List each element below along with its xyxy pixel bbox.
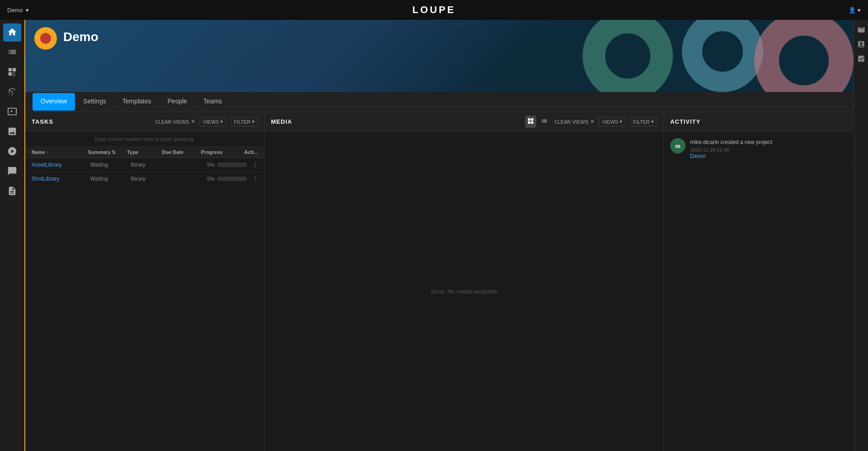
bg-circle-green [583, 20, 673, 92]
activity-action-text: mike.dicarlo created a new project [690, 139, 772, 145]
chat-icon [7, 166, 17, 177]
add-media-icon [857, 40, 865, 48]
tasks-filter-button[interactable]: FILTER ▾ [231, 117, 258, 126]
task-actions-assetlibrary: ⋮ [250, 162, 261, 168]
docs-icon [7, 186, 17, 197]
task-progress-assetlibrary: 0% [205, 162, 250, 167]
activity-avatar-initial: m [675, 143, 681, 149]
tasks-title: TASKS [32, 118, 150, 125]
tasks-filter-label: FILTER [234, 119, 251, 125]
task-name-assetlibrary: AssetLibrary [29, 162, 88, 168]
right-sidebar [854, 20, 868, 451]
activity-panel-header: ACTIVITY [664, 112, 854, 132]
media-filter-button[interactable]: FILTER ▾ [630, 117, 657, 126]
sidebar-item-board[interactable] [3, 63, 21, 81]
col-type: Type [124, 149, 159, 155]
sidebar-item-home[interactable] [3, 23, 21, 42]
col-name: Name ↑ [29, 149, 85, 155]
project-selector-label: Demo [7, 7, 23, 14]
activity-project-link[interactable]: Demo [690, 153, 706, 159]
col-duedate: Due Date [159, 149, 198, 155]
bg-circle-blue [682, 20, 763, 92]
task-more-icon-assetlibrary[interactable]: ⋮ [252, 162, 258, 168]
media-clear-x-icon: ✕ [590, 119, 594, 125]
tasks-table-header: Name ↑ Summary S Type Due Date Progress … [25, 147, 264, 158]
activity-item: m mike.dicarlo created a new project 202… [664, 132, 854, 166]
media-filter-chevron: ▾ [651, 119, 654, 125]
tasks-icon [7, 47, 17, 58]
user-menu[interactable]: 👤 ▾ [849, 7, 861, 14]
media-toolbar [525, 116, 550, 128]
tab-people[interactable]: People [159, 93, 196, 111]
task-more-icon-shotlibrary[interactable]: ⋮ [252, 176, 258, 182]
task-link-assetlibrary[interactable]: AssetLibrary [32, 162, 62, 168]
task-progress-pct-shotlibrary: 0% [207, 176, 215, 181]
add-layer-icon [857, 55, 865, 63]
project-dropdown-icon: ▾ [26, 7, 29, 14]
task-actions-shotlibrary: ⋮ [250, 176, 261, 182]
sidebar-item-chat[interactable] [3, 163, 21, 181]
sidebar-item-shots[interactable] [3, 103, 21, 121]
sidebar-item-docs[interactable] [3, 182, 21, 200]
progress-bar-bg-assetlibrary [217, 163, 247, 167]
tasks-clear-views-label: CLEAR VIEWS [155, 119, 189, 125]
tabs-bar: Overview Settings Templates People Teams [25, 92, 854, 112]
task-type-assetlibrary: library [128, 162, 164, 168]
project-title: Demo [63, 30, 98, 44]
project-selector[interactable]: Demo ▾ [7, 7, 29, 14]
task-name-shotlibrary: ShotLibrary [29, 176, 88, 182]
media-title: MEDIA [271, 118, 521, 125]
tasks-views-label: VIEWS [203, 119, 219, 125]
home-icon [7, 27, 17, 38]
media-filter-label: FILTER [633, 119, 650, 125]
col-progress: Progress [198, 149, 242, 155]
avatar-eye-icon [40, 33, 51, 44]
main-content: Demo Overview Settings Templates People … [25, 20, 854, 451]
activity-text: mike.dicarlo created a new project [690, 138, 847, 146]
tasks-views-button[interactable]: VIEWS ▾ [200, 117, 226, 126]
tab-overview[interactable]: Overview [33, 93, 75, 111]
media-panel: MEDIA CLE [265, 112, 664, 451]
project-header: Demo [25, 20, 854, 92]
board-icon [7, 67, 17, 78]
activity-timestamp: 2020-11-28 11:36 [690, 147, 847, 153]
sidebar-item-review[interactable] [3, 143, 21, 161]
table-row: AssetLibrary Waiting library 0% [25, 158, 264, 172]
packages-icon [7, 87, 17, 98]
table-row: ShotLibrary Waiting library 0% [25, 172, 264, 186]
right-sidebar-add-media-icon[interactable] [855, 38, 868, 51]
tasks-views-chevron: ▾ [220, 119, 223, 125]
task-progress-shotlibrary: 0% [205, 176, 250, 181]
media-panel-header: MEDIA CLE [265, 112, 663, 132]
app-logo: LOUPE [412, 4, 456, 16]
list-icon [541, 117, 548, 125]
sidebar [0, 20, 25, 451]
sidebar-item-packages[interactable] [3, 83, 21, 101]
project-avatar [34, 27, 57, 50]
media-clear-views-button[interactable]: CLEAR VIEWS ✕ [554, 119, 594, 125]
bg-circle-pink [754, 20, 854, 92]
tasks-clear-views-button[interactable]: CLEAR VIEWS ✕ [155, 119, 195, 125]
sidebar-item-media[interactable] [3, 123, 21, 141]
task-type-shotlibrary: library [128, 176, 164, 182]
topbar: Demo ▾ LOUPE 👤 ▾ [0, 0, 868, 20]
tab-templates[interactable]: Templates [114, 93, 159, 111]
media-list-view-button[interactable] [539, 116, 550, 128]
right-sidebar-add-layer-icon[interactable] [855, 52, 868, 65]
media-grid-view-button[interactable] [525, 116, 536, 128]
user-dropdown-icon: ▾ [858, 7, 861, 14]
media-views-button[interactable]: VIEWS ▾ [599, 117, 625, 126]
tasks-panel: TASKS CLEAR VIEWS ✕ VIEWS ▾ FILTER ▾ Dra… [25, 112, 265, 451]
tasks-filter-chevron: ▾ [252, 119, 255, 125]
task-progress-pct-assetlibrary: 0% [207, 162, 215, 167]
task-link-shotlibrary[interactable]: ShotLibrary [32, 176, 59, 182]
right-sidebar-film-icon[interactable] [855, 23, 868, 36]
media-icon [7, 126, 17, 138]
tab-settings[interactable]: Settings [75, 93, 114, 111]
activity-content: mike.dicarlo created a new project 2020-… [690, 138, 847, 159]
tab-teams[interactable]: Teams [195, 93, 230, 111]
sidebar-item-tasks[interactable] [3, 43, 21, 61]
header-background [357, 20, 854, 92]
tasks-grouping-hint: Drag column headers here to begin groupi… [25, 132, 264, 147]
progress-bar-bg-shotlibrary [217, 177, 247, 181]
